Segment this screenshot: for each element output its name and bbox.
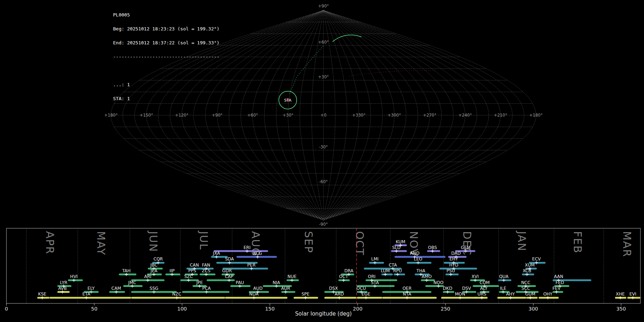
shower-ori: ORI [366,274,397,282]
latitude-label: -30° [319,145,328,150]
shower-code-label: LUM [381,268,390,273]
shower-code-label: AAN [554,274,563,279]
shower-code-label: KCG [253,251,262,256]
shower-code-label: OBS [428,245,437,250]
shower-code-label: ILE [500,286,506,291]
shower-code-label: RPU [393,268,402,273]
shower-ahy: AHY [497,292,526,299]
shower-code-label: OCU [356,286,366,291]
shower-code-label: ARD [335,292,344,297]
shower-leo: LEO [407,257,431,264]
shower-code-label: ORI [368,274,375,279]
shower-code-label: IIP [170,268,175,273]
shower-code-label: STA [371,280,379,285]
shower-iip: IIP [165,268,180,276]
shower-lum: LUM [381,268,393,276]
shower-code-label: CQR [153,257,163,262]
shower-code-label: NOO [434,280,444,285]
shower-code-label: EHY [449,257,458,262]
session-begin: Beg: 20251012 18:23:23 (sol = 199.32°) [113,26,219,31]
shower-code-label: SSG [150,286,158,291]
shower-code-label: ETA [82,292,91,297]
tick-label: 100 [177,306,187,312]
shower-code-label: CAP [225,274,233,279]
shower-code-label: JMC [128,280,136,285]
shower-code-label: JEA [150,268,158,273]
shower-code-label: XUM [525,263,535,268]
radiant-label: STA [284,98,292,103]
shower-code-label: PAU [236,280,244,285]
shower-ssg: SSG [131,286,177,294]
shower-code-label: LEO [414,257,423,262]
activity-timeline-chart: APRMAYJUNJULAUGSEPOCTNOVDECJANFEBMARKUME… [5,228,640,317]
shower-code-label: AMO [422,274,432,279]
session-blank [113,68,219,73]
shower-code-label: KSE [38,292,47,297]
shower-code-label: DKD [443,286,452,291]
activity-bar [425,285,444,287]
activity-bar [394,274,405,275]
equator-label: +30° [283,113,293,118]
latitude-label: +30° [318,74,329,79]
equator-label: +90° [212,113,223,118]
shower-code-label: COM [480,280,490,285]
month-label: FEB [571,231,584,254]
shower-dkd: DKD [443,286,454,294]
shower-code-label: SPE [302,292,309,297]
activity-bar [357,297,382,299]
tick-label: 50 [91,306,97,312]
month-label: JAN [516,230,528,252]
shower-avb: AVB [57,286,69,294]
x-axis: 050100150200250300350Solar longitude (de… [5,303,626,317]
activity-bar [49,297,131,299]
radiant-track-dotted [290,45,324,93]
latitude-label: -60° [319,179,328,184]
shower-code-label: LYR [60,280,68,285]
shower-tah: TAH [119,268,136,276]
activity-bar [391,250,407,252]
equator-label: +270° [423,113,436,118]
count-sporadic: ...: 1 [113,82,219,87]
session-info: PL0005 Beg: 20251012 18:23:23 (sol = 199… [113,3,219,110]
shower-code-label: PSU [447,268,455,273]
meteor-radiant-app: +180°+150°+120°+90°+60°+30°+0+330°+300°+… [0,0,644,322]
shower-code-label: XHE [616,292,625,297]
tick-label: 300 [528,306,538,312]
month-label: APR [44,231,56,254]
shower-code-label: ELY [88,286,95,291]
shower-code-label: FAN [202,263,210,268]
shower-code-label: EGE [362,292,370,297]
shower-code-label: ECV [532,257,541,262]
shower-code-label: CTA [389,263,397,268]
equator-label: +180° [104,113,117,118]
activity-bar [382,297,436,299]
shower-code-label: HYD [449,263,458,268]
latitude-label: +60° [318,40,329,45]
latitude-label: +90° [318,4,329,9]
shower-hyd: HYD [439,263,477,270]
equator-label: +120° [175,113,188,118]
shower-code-label: NIA [273,280,280,285]
shower-code-label: TAH [122,268,131,273]
shower-code-label: SLD [392,245,401,250]
activity-bar [281,291,295,293]
shower-amo: AMO [421,274,435,282]
shower-code-label: AHY [506,292,515,297]
shower-code-label: FEV [552,286,561,291]
month-label: DEC [461,231,473,256]
activity-bar [225,297,287,299]
shower-nue: NUE [287,274,299,282]
tick-label: 250 [441,306,450,312]
shower-bars: KUMERISLDOBSGEMJXAKCGANDDADCQRSDALMILEOE… [37,239,640,299]
shower-code-label: PCA [202,286,211,291]
shower-code-label: NUE [287,274,296,279]
shower-code-label: NCC [521,280,531,285]
shower-ard: ARD [325,292,357,299]
shower-code-label: OER [402,286,411,291]
tick-label: 0 [5,306,8,312]
shower-code-label: KUM [396,239,405,244]
latitude-label: -90° [319,222,328,227]
shower-code-label: FED [556,280,564,285]
count-sta: STA: 1 [113,96,219,101]
equator-label: +210° [494,113,507,118]
